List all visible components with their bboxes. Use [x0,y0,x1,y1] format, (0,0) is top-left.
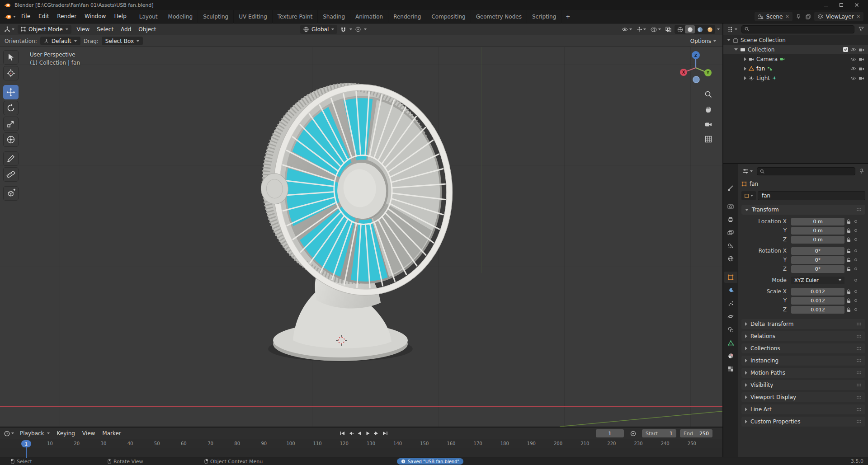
tool-move[interactable] [3,85,19,99]
properties-search-input[interactable] [767,169,852,174]
disable-in-renders-camera-icon[interactable] [859,47,864,52]
property-value-field[interactable]: 0.012 [791,306,844,314]
minimize-button[interactable] [818,0,834,10]
workspace-tab[interactable]: Layout [134,10,163,23]
shading-rendered-button[interactable] [705,25,715,33]
animate-property-dot[interactable] [853,308,859,311]
collapsed-panel-header[interactable]: Delta Transform [741,319,865,329]
property-value-field[interactable]: 0° [791,265,844,273]
disclosure-triangle-icon[interactable] [734,48,738,51]
snap-toggle-button[interactable] [339,25,348,34]
property-value-field[interactable]: 0° [791,256,844,264]
tab-material[interactable] [724,350,737,362]
viewport-canvas[interactable]: User Perspective (1) Collection | fan [0,47,722,427]
lock-icon[interactable] [844,237,853,242]
camera-view-icon[interactable] [703,118,714,130]
property-value-field[interactable]: XYZ Euler [791,277,844,284]
timeline-ruler[interactable]: 1020304050607080901001101201301401501601… [0,439,722,448]
workspace-tab[interactable]: Animation [350,10,388,23]
workspace-tab[interactable]: Compositing [426,10,471,23]
animate-property-dot[interactable] [853,279,859,282]
jump-to-start-button[interactable] [338,429,346,437]
properties-editor-type-button[interactable] [741,167,754,176]
shading-wireframe-button[interactable] [675,25,685,33]
workspace-tab[interactable]: Rendering [388,10,426,23]
remove-view-layer-button[interactable]: ✕ [857,14,860,19]
tab-modifiers[interactable] [724,285,737,296]
outliner-row-camera[interactable]: Camera [723,54,868,64]
tool-add-cube[interactable] [3,186,19,201]
disclosure-triangle-icon[interactable] [744,57,746,61]
playhead[interactable]: 1 [21,440,31,447]
navigation-gizmo[interactable]: Z X Y [679,50,713,84]
show-gizmo-dropdown[interactable] [635,25,647,34]
menu-item[interactable]: Help [110,10,130,23]
add-workspace-button[interactable]: + [561,10,574,23]
hide-in-viewport-eye-icon[interactable] [850,66,856,71]
timeline-menu-item[interactable]: Marker [99,427,124,439]
workspace-tab[interactable]: Modeling [163,10,198,23]
editor-type-button[interactable] [3,25,16,34]
disable-in-renders-camera-icon[interactable] [859,76,864,80]
tab-particles[interactable] [724,298,737,309]
shading-options-chevron[interactable] [717,28,720,30]
toggle-ortho-grid-icon[interactable] [703,133,714,145]
outliner-search-input[interactable] [752,27,851,32]
menu-item[interactable]: Window [80,10,110,23]
property-value-field[interactable]: 0° [791,247,844,255]
disable-in-renders-camera-icon[interactable] [859,66,864,71]
workspace-tab[interactable]: Texture Paint [273,10,318,23]
outliner-row-collection[interactable]: Collection [723,45,868,54]
outliner-search[interactable] [741,25,854,33]
collapsed-panel-header[interactable]: Relations [741,331,865,341]
shading-material-button[interactable] [695,25,705,33]
object-visibility-dropdown[interactable] [620,25,633,34]
tool-rotate[interactable] [3,101,19,115]
tab-constraints[interactable] [724,324,737,335]
toggle-xray-button[interactable] [664,25,673,34]
tab-object[interactable] [724,272,737,283]
tool-cursor-3d[interactable] [3,66,19,80]
collapsed-panel-header[interactable]: Instancing [741,356,865,366]
disclosure-triangle-icon[interactable] [727,39,731,41]
tab-world[interactable] [724,253,737,264]
lock-icon[interactable] [844,258,853,263]
workspace-tab[interactable]: UV Editing [234,10,273,23]
animate-property-dot[interactable] [853,290,859,293]
collapsed-panel-header[interactable]: Viewport Display [741,392,865,402]
property-value-field[interactable]: 0.012 [791,288,844,296]
fan-model[interactable] [254,76,459,362]
collapsed-panel-header[interactable]: Line Art [741,404,865,414]
tool-scale[interactable] [3,117,19,131]
timeline-menu-item[interactable]: Keying [53,427,79,439]
animate-property-dot[interactable] [853,229,859,232]
property-value-field[interactable]: 0 m [791,227,844,235]
properties-search[interactable] [757,167,855,175]
workspace-tab[interactable]: Geometry Nodes [471,10,527,23]
outliner-row-light[interactable]: Light [723,73,868,83]
tab-view-layer[interactable] [724,227,737,238]
animate-property-dot[interactable] [853,220,859,223]
pin-icon[interactable] [858,167,865,176]
timeline-editor-type-button[interactable] [3,429,15,438]
hide-in-viewport-eye-icon[interactable] [850,57,856,61]
snap-options-chevron[interactable] [349,28,352,30]
shading-solid-button[interactable] [685,25,695,33]
collapsed-panel-header[interactable]: Collections [741,343,865,353]
viewport-menu-item[interactable]: Select [93,23,117,35]
end-frame-field[interactable]: End 250 [680,429,712,437]
pin-scene-button[interactable] [795,12,802,21]
animate-property-dot[interactable] [853,268,859,270]
disclosure-triangle-icon[interactable] [744,76,746,80]
lock-icon[interactable] [844,228,853,233]
blender-app-menu-button[interactable] [3,12,17,21]
menu-item[interactable]: File [17,10,34,23]
current-frame-field[interactable]: 1 [596,429,624,437]
hide-in-viewport-eye-icon[interactable] [850,47,856,52]
zoom-icon[interactable] [703,89,714,100]
workspace-tab[interactable]: Scripting [527,10,561,23]
disclosure-triangle-icon[interactable] [744,67,746,70]
proportional-editing-button[interactable] [354,25,362,34]
tab-render[interactable] [724,201,737,212]
viewport-menu-item[interactable]: Add [117,23,135,35]
